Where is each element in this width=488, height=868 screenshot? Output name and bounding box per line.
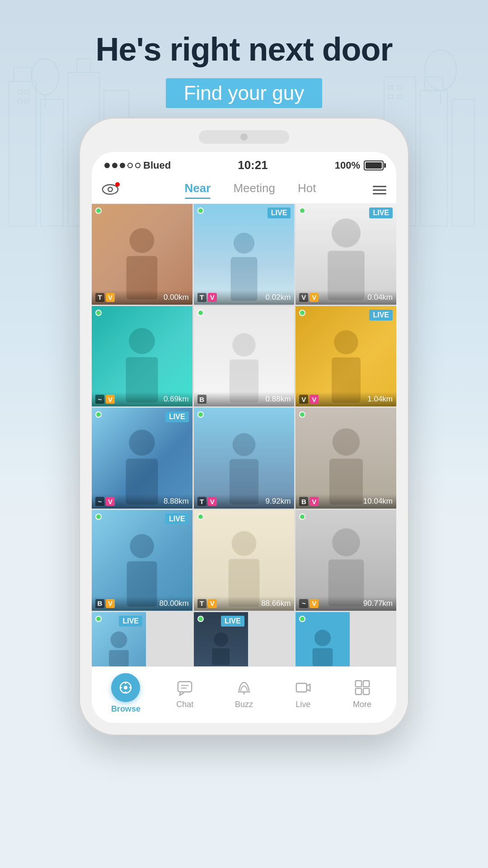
promo-section: He's right next door Find your guy (0, 0, 488, 108)
badges-9: B V (299, 497, 319, 506)
grid-item-6[interactable]: LIVE V V 1.04km (296, 306, 396, 407)
svg-rect-62 (178, 681, 192, 692)
chat-icon (175, 678, 195, 698)
badge-t-2: T (197, 293, 206, 302)
signal-dot-2 (112, 163, 117, 168)
item-bottom-11: T V 88.66km (194, 596, 295, 611)
badge-v-8: V (208, 497, 217, 506)
online-indicator-4 (95, 310, 102, 316)
tab-buzz[interactable]: Buzz (221, 678, 267, 709)
grid-item-12[interactable]: ~ V 90.77km (296, 510, 396, 611)
item-bottom-2: T V 0.02km (194, 290, 295, 305)
grid-item-7[interactable]: LIVE ~ V 8.88km (92, 408, 192, 509)
user-grid: T V 0.00km LIVE (92, 204, 396, 666)
svg-point-57 (124, 686, 127, 689)
badges-2: T V (197, 293, 217, 302)
badge-v-3: V (299, 293, 308, 302)
photo-5 (194, 306, 295, 407)
distance-8: 9.92km (266, 497, 291, 506)
phone-body: Blued 10:21 100% (79, 118, 409, 736)
status-left: Blued (104, 160, 171, 171)
badge-v-9: V (310, 497, 319, 506)
buzz-icon (234, 678, 254, 698)
distance-11: 88.66km (261, 599, 291, 608)
distance-2: 0.02km (266, 293, 291, 302)
tab-near[interactable]: Near (185, 181, 211, 199)
svg-point-50 (111, 631, 127, 648)
grid-item-13[interactable]: LIVE (92, 612, 146, 666)
chat-label: Chat (176, 700, 193, 709)
distance-5: 0.88km (266, 395, 291, 404)
photo-1 (92, 204, 192, 305)
online-indicator-6 (299, 310, 305, 316)
battery-fill (366, 162, 382, 169)
badge-tilde-7: ~ (95, 497, 104, 506)
grid-item-1[interactable]: T V 0.00km (92, 204, 192, 305)
tab-meeting[interactable]: Meeting (233, 181, 275, 199)
grid-item-2[interactable]: LIVE T V 0.02km (194, 204, 295, 305)
svg-rect-68 (355, 680, 361, 686)
svg-point-34 (232, 334, 255, 357)
grid-item-5[interactable]: B 0.88km (194, 306, 295, 407)
badge-y-6: V (310, 395, 319, 404)
grid-item-8[interactable]: T V 9.92km (194, 408, 295, 509)
phone-screen: Blued 10:21 100% (92, 152, 396, 723)
grid-item-15[interactable] (296, 612, 350, 666)
grid-item-10[interactable]: LIVE B V 80.00km (92, 510, 192, 611)
tab-chat[interactable]: Chat (162, 678, 207, 709)
promo-subtitle-wrap: Find your guy (166, 78, 323, 108)
item-bottom-4: ~ V 0.69km (92, 392, 192, 406)
distance-1: 0.00km (164, 293, 189, 302)
signal-strength (104, 163, 141, 168)
item-bottom-1: T V 0.00km (92, 290, 192, 305)
battery-percent: 100% (335, 160, 360, 171)
grid-item-3[interactable]: LIVE V V 0.04km (296, 204, 396, 305)
svg-rect-67 (296, 683, 307, 692)
badge-v-1: V (106, 293, 115, 302)
tab-more[interactable]: More (340, 678, 385, 709)
badge-y-3: V (310, 293, 319, 302)
photo-6 (296, 306, 396, 407)
promo-title: He's right next door (0, 32, 488, 67)
badge-t-11: T (197, 599, 206, 608)
tab-live[interactable]: Live (281, 678, 326, 709)
main-tabs: Near Meeting Hot (128, 181, 373, 199)
badges-8: T V (197, 497, 217, 506)
tab-browse[interactable]: Browse (103, 673, 148, 714)
badges-1: T V (95, 293, 115, 302)
badge-b-9: B (299, 497, 308, 506)
photo-10 (92, 510, 192, 611)
badge-v-4: V (106, 395, 115, 404)
live-badge-3: LIVE (369, 208, 393, 218)
menu-button[interactable] (373, 186, 386, 194)
badge-v-2: V (208, 293, 217, 302)
online-indicator-14 (197, 616, 204, 622)
tab-hot[interactable]: Hot (298, 181, 316, 199)
more-label: More (353, 700, 371, 709)
phone-mockup: Blued 10:21 100% (79, 118, 409, 736)
item-bottom-9: B V 10.04km (296, 494, 396, 509)
badge-t-1: T (95, 293, 104, 302)
svg-point-52 (214, 632, 228, 646)
grid-item-4[interactable]: ~ V 0.69km (92, 306, 192, 407)
live-badge-13: LIVE (119, 616, 142, 627)
bottom-tab-bar: Browse Chat (92, 666, 396, 723)
eye-button[interactable] (102, 183, 119, 198)
svg-rect-51 (109, 650, 129, 666)
live-badge-6: LIVE (369, 310, 393, 321)
svg-point-42 (333, 428, 360, 455)
online-indicator-8 (197, 411, 204, 418)
svg-rect-71 (363, 689, 369, 694)
status-right: 100% (335, 160, 384, 171)
online-indicator-10 (95, 514, 102, 520)
nav-tabs: Near Meeting Hot (92, 177, 396, 204)
grid-item-14[interactable]: LIVE (194, 612, 248, 666)
grid-item-11[interactable]: T V 88.66km (194, 510, 295, 611)
online-indicator-13 (95, 616, 102, 622)
distance-4: 0.69km (164, 395, 189, 404)
svg-point-38 (129, 429, 155, 456)
grid-item-9[interactable]: B V 10.04km (296, 408, 396, 509)
badges-12: ~ V (299, 599, 319, 608)
badges-11: T V (197, 599, 217, 608)
badges-3: V V (299, 293, 319, 302)
